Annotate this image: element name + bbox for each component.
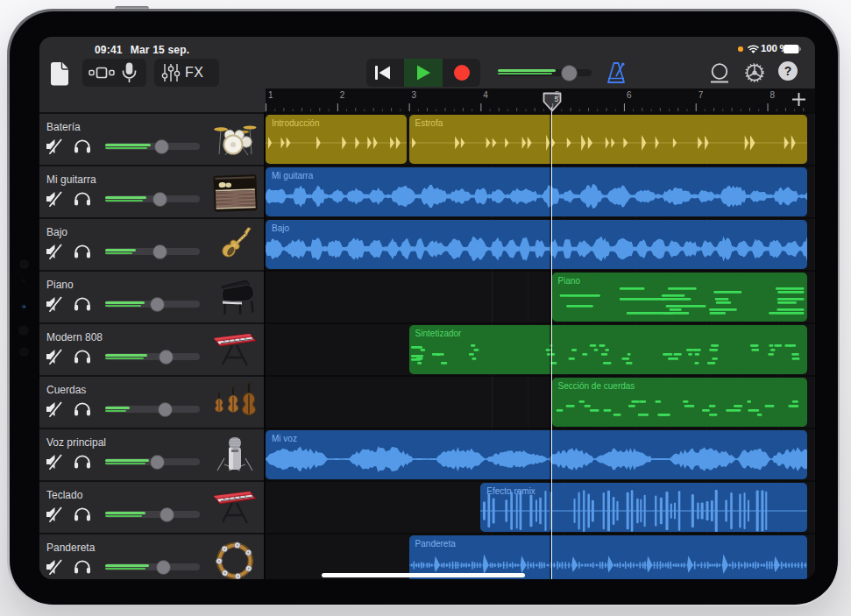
svg-text:5: 5	[555, 95, 559, 103]
